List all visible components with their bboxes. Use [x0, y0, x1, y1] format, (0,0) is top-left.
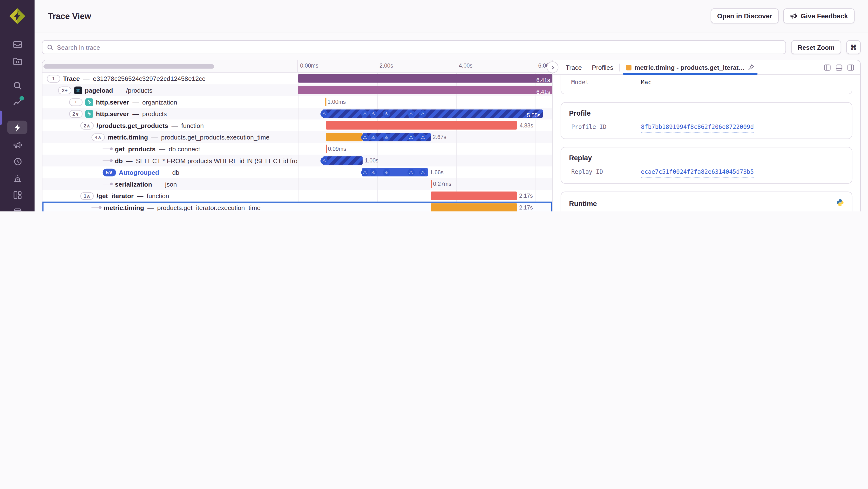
- warning-icon[interactable]: ⚠: [320, 110, 328, 117]
- expand-badge[interactable]: +: [69, 98, 83, 106]
- span-bar[interactable]: 6.41s: [298, 86, 552, 94]
- layout-bottom-icon[interactable]: [835, 63, 843, 71]
- span-bar[interactable]: 5.55s: [322, 109, 542, 118]
- expand-badge[interactable]: 1: [47, 75, 60, 82]
- warning-icon[interactable]: ⚠: [370, 134, 377, 141]
- warning-icon[interactable]: ⚠: [362, 169, 369, 176]
- pin-icon[interactable]: [748, 64, 755, 71]
- warning-icon[interactable]: ⚠: [383, 110, 390, 117]
- sidebar-item-dashboards-icon[interactable]: [7, 188, 27, 202]
- tab-span-details[interactable]: metric.timing - products.get_iterat…: [621, 60, 760, 74]
- search-input[interactable]: [57, 44, 781, 51]
- span-description: products.get_products.execution_time: [161, 134, 270, 141]
- sidebar-item-replays-icon[interactable]: [7, 154, 27, 169]
- expand-badge[interactable]: 2+: [58, 86, 72, 94]
- span-op: metric.timing: [104, 204, 144, 211]
- trace-row[interactable]: 2∨http.server—products5.55s⚠⚠⚠⚠⚠⚠: [42, 108, 552, 120]
- span-bar-cell: 0.27ms: [298, 178, 552, 190]
- warning-icon[interactable]: ⚠: [407, 169, 414, 176]
- expand-badge[interactable]: 2∨: [69, 110, 83, 118]
- span-op-color-swatch: [626, 64, 632, 70]
- shortcuts-button[interactable]: ⌘: [846, 40, 861, 54]
- trace-row[interactable]: 4∧metric.timing—products.get_products.ex…: [42, 131, 552, 143]
- expand-badge[interactable]: 4∧: [91, 133, 105, 141]
- row-value[interactable]: 8fb7bb1891994f8c862f206e8722009d: [641, 121, 754, 133]
- trace-row[interactable]: db—SELECT * FROM products WHERE id IN (S…: [42, 155, 552, 167]
- warning-icon[interactable]: ⚠: [320, 157, 328, 164]
- warning-icon[interactable]: ⚠: [362, 134, 369, 141]
- trace-row[interactable]: metric.timing—products.get_iterator.exec…: [42, 202, 552, 211]
- separator: —: [162, 169, 169, 176]
- trace-row[interactable]: 1∧/get_iterator—function2.17s: [42, 190, 552, 202]
- search-box: [42, 40, 786, 54]
- connector-line: [103, 148, 111, 149]
- tab-trace[interactable]: Trace: [561, 60, 587, 74]
- warning-icon[interactable]: ⚠: [362, 110, 369, 117]
- trace-row[interactable]: 1Trace—e31278c256524c3297e2cd12458e12cc6…: [42, 73, 552, 84]
- sidebar-item-search-icon[interactable]: [7, 78, 27, 93]
- card-header: Runtime: [569, 199, 844, 209]
- span-bar[interactable]: [431, 203, 517, 211]
- tab-profiles[interactable]: Profiles: [587, 60, 618, 74]
- sidebar-item-feedback-icon[interactable]: [7, 137, 27, 152]
- sidebar-item-projects-icon[interactable]: [7, 54, 27, 68]
- trace-row[interactable]: +http.server—organization1.00ms: [42, 96, 552, 108]
- span-op: http.server: [96, 98, 129, 105]
- card-title: Profile: [569, 109, 591, 117]
- span-tree-cell: 1∧/get_iterator—function: [42, 190, 298, 202]
- false: ⚛: [74, 86, 82, 94]
- span-bar-cell: 1.00s⚠: [298, 155, 552, 167]
- trace-row[interactable]: 2∧/products.get_products—function4.83s: [42, 119, 552, 131]
- span-bar[interactable]: 6.41s: [298, 74, 552, 83]
- span-description: organization: [142, 98, 177, 105]
- span-bar[interactable]: [431, 192, 517, 200]
- drawer-collapse-button[interactable]: [547, 61, 558, 73]
- warning-icon[interactable]: ⚠: [383, 169, 390, 176]
- sidebar-item-releases-icon[interactable]: [7, 204, 27, 211]
- warning-icon[interactable]: ⚠: [370, 110, 377, 117]
- expand-badge[interactable]: 2∧: [80, 121, 94, 129]
- reset-zoom-button[interactable]: Reset Zoom: [791, 40, 841, 54]
- sidebar-item-insights-icon[interactable]: [7, 95, 27, 109]
- span-description: e31278c256524c3297e2cd12458e12cc: [93, 75, 205, 82]
- warning-icon[interactable]: ⚠: [407, 134, 414, 141]
- span-bar[interactable]: [326, 121, 518, 130]
- waterfall-header: 0.00ms2.00s4.00s6.00s: [42, 60, 552, 73]
- trace-row[interactable]: 5∨Autogrouped—db1.66s⚠⚠⚠⚠⚠: [42, 166, 552, 178]
- layout-right-icon[interactable]: [847, 63, 855, 71]
- span-op: serialization: [115, 180, 152, 187]
- trace-row[interactable]: get_products—db.connect0.09ms: [42, 143, 552, 155]
- give-feedback-button[interactable]: Give Feedback: [783, 8, 855, 23]
- row-value[interactable]: ecae7c51f0024f2fa82e6314045d73b5: [641, 166, 754, 177]
- active-nav-indicator: [0, 111, 2, 125]
- horizontal-scrollbar[interactable]: [43, 64, 214, 69]
- warning-icon[interactable]: ⚠: [419, 134, 427, 141]
- sidebar-item-issues-icon[interactable]: [7, 37, 27, 51]
- span-tree-cell: 2+⚛pageload—/products: [42, 84, 298, 96]
- sidebar-item-performance-icon[interactable]: [7, 121, 27, 134]
- open-in-discover-button[interactable]: Open in Discover: [711, 8, 779, 23]
- span-tick[interactable]: [325, 98, 327, 106]
- warning-icon[interactable]: ⚠: [370, 169, 377, 176]
- trace-row[interactable]: 2+⚛pageload—/products6.41s: [42, 84, 552, 96]
- warning-icon[interactable]: ⚠: [419, 110, 427, 117]
- trace-row[interactable]: serialization—json0.27ms: [42, 178, 552, 190]
- span-description: products.get_iterator.execution_time: [157, 204, 261, 211]
- warning-icon[interactable]: ⚠: [419, 169, 427, 176]
- span-bar[interactable]: [323, 156, 363, 165]
- layout-left-icon[interactable]: [824, 63, 831, 71]
- content: Trace View Open in Discover Give Feedbac…: [34, 0, 868, 211]
- warning-icon[interactable]: ⚠: [383, 134, 390, 141]
- expand-badge[interactable]: 1∧: [80, 192, 94, 200]
- sentry-logo[interactable]: [8, 7, 27, 26]
- span-bar-cell: 5.55s⚠⚠⚠⚠⚠⚠: [298, 108, 552, 120]
- sidebar-item-alerts-icon[interactable]: [7, 171, 27, 185]
- span-tick[interactable]: [431, 180, 432, 188]
- span-tick[interactable]: [326, 145, 327, 153]
- warning-icon[interactable]: ⚠: [407, 110, 414, 117]
- expand-badge[interactable]: 5∨: [103, 169, 116, 176]
- top-bar: Trace View Open in Discover Give Feedbac…: [34, 0, 868, 32]
- separator: —: [147, 204, 154, 211]
- span-bar-cell: 2.67s⚠⚠⚠⚠⚠: [298, 131, 552, 143]
- span-bar[interactable]: [326, 133, 363, 141]
